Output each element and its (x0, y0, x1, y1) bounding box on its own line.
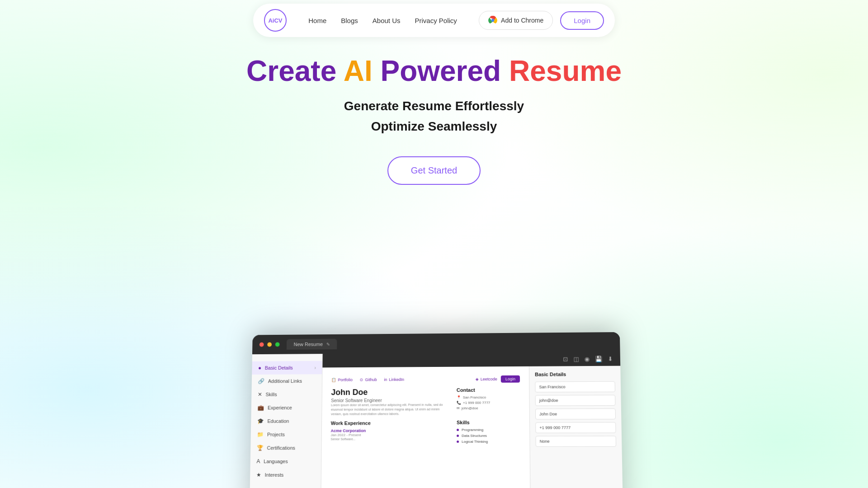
github-label: Github (365, 377, 377, 382)
resume-columns: John Doe Senior Software Engineer Lorem … (330, 387, 520, 446)
work-item: Acme Corporation Jan 2022 - Present Seni… (330, 428, 449, 441)
linkedin-link: in LinkedIn (384, 376, 404, 383)
app-content: ● Basic Details › 🔗 Additional Links ✕ S… (249, 352, 623, 488)
browser-maximize-dot (275, 342, 280, 347)
skill-row-2: Data Structures (457, 434, 520, 438)
linkedin-label: LinkedIn (389, 377, 404, 382)
skill-row-3: Logical Thinking (457, 440, 520, 444)
sidebar-label-basic: Basic Details (265, 365, 293, 371)
skills-list: Programming Data Structures Logical Thin… (457, 428, 520, 444)
platform-links: 📋 Portfolio ⊙ Github in LinkedIn (331, 375, 520, 384)
sidebar-item-links[interactable]: 🔗 Additional Links (252, 374, 322, 388)
toolbar-icon-2[interactable]: ◫ (573, 356, 579, 362)
hero-title-ai: AI (336, 55, 380, 87)
add-to-chrome-button[interactable]: Add to Chrome (479, 11, 553, 30)
right-field-2[interactable]: John Doe (535, 408, 616, 420)
sidebar-item-interests[interactable]: ★ Interests (250, 468, 321, 482)
work-desc: Senior Software... (330, 437, 449, 441)
hero-subtitle-1: Generate Resume Effortlessly (344, 97, 524, 116)
skill-label-2: Data Structures (462, 434, 487, 438)
location-value: San Francisco (463, 395, 486, 399)
skill-dot-3 (457, 441, 459, 443)
logo-text: AiCV (268, 17, 282, 24)
login-badge: Login (501, 375, 520, 383)
certifications-icon: 🏆 (257, 445, 264, 451)
right-field-4[interactable]: None (535, 436, 616, 446)
skill-dot-2 (457, 435, 459, 437)
nav-home[interactable]: Home (308, 17, 326, 24)
sidebar-item-skills[interactable]: ✕ Skills (251, 388, 322, 401)
work-date: Jan 2022 - Present (330, 433, 449, 437)
toolbar-icon-save[interactable]: 💾 (595, 356, 602, 362)
leetcode-icon: ◈ (476, 377, 479, 381)
get-started-button[interactable]: Get Started (387, 156, 481, 185)
skill-label-3: Logical Thinking (462, 440, 488, 444)
toolbar-icon-3[interactable]: ◉ (585, 356, 590, 362)
phone-icon: 📞 (457, 401, 461, 405)
company-name: Acme Corporation (331, 428, 449, 433)
resume-name: John Doe (331, 387, 449, 397)
skill-label-1: Programming (462, 428, 483, 432)
nav-actions: Add to Chrome Login (479, 11, 604, 30)
github-icon: ⊙ (360, 378, 363, 382)
browser-tab: New Resume ✎ (287, 339, 337, 350)
location-icon: 📍 (457, 395, 461, 399)
toolbar-icon-download[interactable]: ⬇ (608, 356, 613, 362)
sidebar-label-projects: Projects (267, 432, 285, 437)
sidebar-label-languages: Languages (264, 459, 288, 464)
hero-section: Create AI Powered Resume Generate Resume… (0, 54, 868, 185)
portfolio-icon: 📋 (331, 378, 336, 382)
tab-label: New Resume (294, 342, 323, 347)
sidebar-item-certifications[interactable]: 🏆 Certifications (250, 441, 321, 455)
navbar: AiCV Home Blogs About Us Privacy Policy … (0, 0, 868, 41)
email-value: john@doe (462, 406, 478, 410)
nav-about[interactable]: About Us (373, 17, 401, 24)
languages-icon: A (256, 458, 260, 465)
projects-icon: 📁 (257, 432, 264, 438)
linkedin-icon: in (384, 377, 387, 382)
browser-close-dot (259, 343, 264, 347)
logo[interactable]: AiCV (264, 9, 287, 32)
portfolio-link: 📋 Portfolio (331, 376, 353, 384)
app-toolbar: ⊡ ◫ ◉ 💾 ⬇ (322, 352, 620, 368)
skill-row-1: Programming (457, 428, 520, 432)
sidebar-item-languages[interactable]: A Languages (250, 455, 321, 468)
resume-preview: 📋 Portfolio ⊙ Github in LinkedIn (321, 366, 530, 488)
browser-minimize-dot (267, 343, 272, 347)
hero-title-create: Create (246, 55, 336, 87)
contact-location: 📍 San Francisco (457, 395, 520, 400)
right-panel: Basic Details San Francisco john@doe Joh… (529, 366, 623, 488)
links-icon: 🔗 (258, 378, 264, 385)
login-button[interactable]: Login (560, 11, 604, 30)
sidebar-item-education[interactable]: 🎓 Education (251, 414, 321, 428)
sidebar-item-basic-details[interactable]: ● Basic Details › (252, 361, 322, 375)
sidebar-label-links: Additional Links (268, 378, 302, 384)
sidebar-label-education: Education (267, 418, 289, 424)
resume-body: Lorem ipsum dolor sit amet, consectetur … (331, 403, 449, 416)
right-field-3[interactable]: +1 999 000 7777 (535, 422, 616, 433)
hero-title-resume: Resume (501, 55, 622, 87)
contact-phone: 📞 +1 999 000 7777 (457, 401, 520, 405)
nav-blogs[interactable]: Blogs (341, 17, 358, 24)
app-screenshot: New Resume ✎ ● Basic Details › 🔗 Additio… (249, 333, 619, 488)
sidebar-label-skills: Skills (265, 392, 277, 397)
sidebar-label-interests: Interests (265, 472, 284, 478)
svg-point-0 (491, 19, 495, 22)
sidebar-item-projects[interactable]: 📁 Projects (251, 427, 321, 441)
interests-icon: ★ (256, 472, 261, 478)
add-to-chrome-label: Add to Chrome (501, 17, 543, 24)
right-field-0[interactable]: San Francisco (535, 381, 615, 393)
portfolio-label: Portfolio (338, 378, 353, 382)
github-link: ⊙ Github (360, 376, 377, 383)
app-sidebar: ● Basic Details › 🔗 Additional Links ✕ S… (249, 354, 322, 488)
sidebar-item-experience[interactable]: 💼 Experience (251, 401, 322, 414)
chrome-icon (488, 16, 497, 25)
leetcode-label: Leetcode (481, 377, 497, 381)
hero-subtitle-2: Optimize Seamlessly (371, 119, 497, 134)
edit-icon: ✎ (326, 342, 330, 347)
hero-title-powered: Powered (380, 55, 501, 87)
nav-privacy[interactable]: Privacy Policy (415, 17, 457, 24)
toolbar-icon-1[interactable]: ⊡ (563, 356, 568, 362)
contact-email: ✉ john@doe (457, 406, 520, 410)
right-field-1[interactable]: john@doe (535, 395, 616, 406)
